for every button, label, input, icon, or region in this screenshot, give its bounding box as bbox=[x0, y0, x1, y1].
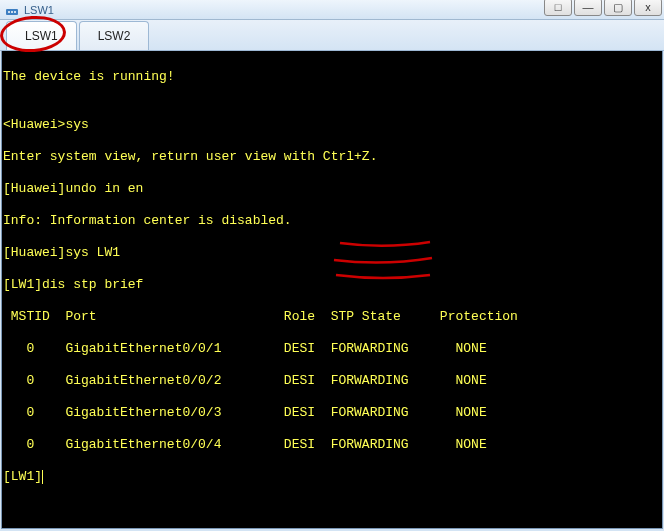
term-line: 0 GigabitEthernet0/0/2 DESI FORWARDING N… bbox=[3, 373, 661, 389]
term-line: 0 GigabitEthernet0/0/3 DESI FORWARDING N… bbox=[3, 405, 661, 421]
close-button[interactable]: x bbox=[634, 0, 662, 16]
app-icon bbox=[4, 2, 20, 18]
svg-rect-1 bbox=[8, 11, 10, 13]
prompt-text: [LW1] bbox=[3, 469, 42, 484]
tab-bar: LSW1 LSW2 bbox=[0, 20, 664, 51]
term-line: [LW1]dis stp brief bbox=[3, 277, 661, 293]
tab-lsw2[interactable]: LSW2 bbox=[79, 21, 150, 50]
cursor bbox=[42, 470, 43, 484]
svg-rect-2 bbox=[11, 11, 13, 13]
window-controls: □ — ▢ x bbox=[544, 0, 662, 16]
term-line: [Huawei]undo in en bbox=[3, 181, 661, 197]
term-prompt: [LW1] bbox=[3, 469, 661, 485]
title-bar: LSW1 □ — ▢ x bbox=[0, 0, 664, 20]
maximize-button[interactable]: ▢ bbox=[604, 0, 632, 16]
tab-lsw1[interactable]: LSW1 bbox=[6, 21, 77, 50]
extra-button[interactable]: □ bbox=[544, 0, 572, 16]
term-line: Enter system view, return user view with… bbox=[3, 149, 661, 165]
minimize-button[interactable]: — bbox=[574, 0, 602, 16]
term-line: Info: Information center is disabled. bbox=[3, 213, 661, 229]
svg-rect-3 bbox=[14, 11, 16, 13]
term-line: MSTID Port Role STP State Protection bbox=[3, 309, 661, 325]
term-line: The device is running! bbox=[3, 69, 661, 85]
term-line: 0 GigabitEthernet0/0/4 DESI FORWARDING N… bbox=[3, 437, 661, 453]
term-line: <Huawei>sys bbox=[3, 117, 661, 133]
term-line: 0 GigabitEthernet0/0/1 DESI FORWARDING N… bbox=[3, 341, 661, 357]
term-line: [Huawei]sys LW1 bbox=[3, 245, 661, 261]
terminal[interactable]: The device is running! <Huawei>sys Enter… bbox=[1, 51, 663, 529]
window-title: LSW1 bbox=[24, 4, 54, 16]
